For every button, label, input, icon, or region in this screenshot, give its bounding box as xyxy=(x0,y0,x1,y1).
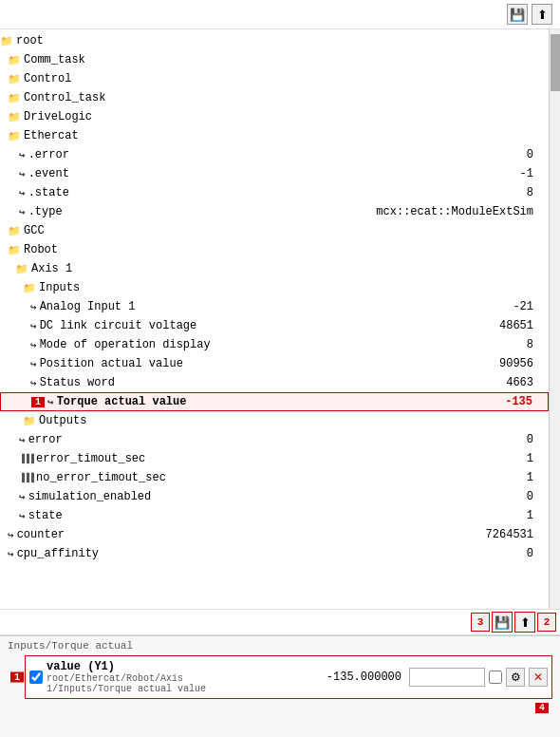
tree-label-error: error xyxy=(28,433,476,446)
input-icon-cpu_affinity: ↪ xyxy=(8,548,14,560)
var-path2: 1/Inputs/Torque actual value xyxy=(47,684,312,694)
tree-label-sim_enabled: simulation_enabled xyxy=(28,490,476,503)
folder-icon-control_task: 📁 xyxy=(8,92,21,104)
var-badge1: 1 xyxy=(10,672,24,683)
tree-row-ethercat[interactable]: 📁Ethercat xyxy=(0,126,549,145)
tree-value-sim_enabled: 0 xyxy=(476,490,533,503)
input-icon-error: ↪ xyxy=(19,434,26,446)
tree-label-robot: Robot xyxy=(24,243,549,256)
folder-icon-ethercat: 📁 xyxy=(8,130,21,142)
tree-badge-torque_actual: 1 xyxy=(31,397,45,407)
tree-row-counter[interactable]: ↪counter7264531 xyxy=(0,525,549,544)
tree-value-ethercat_state: 8 xyxy=(476,186,533,199)
tree-row-ethercat_error[interactable]: ↪.error0 xyxy=(0,145,549,164)
tree-value-cpu_affinity: 0 xyxy=(476,547,533,560)
tree-row-gcc[interactable]: 📁GCC xyxy=(0,221,549,240)
tree-row-dc_link[interactable]: ↪DC link circuit voltage48651 xyxy=(0,316,549,335)
var-gear-button[interactable]: ⚙ xyxy=(506,668,525,687)
var-panel-badge4: 4 xyxy=(535,703,549,713)
tree-value-error: 0 xyxy=(476,433,533,446)
var-write-checkbox[interactable] xyxy=(489,671,502,684)
folder-icon-root: 📁 xyxy=(0,35,13,47)
bottom-upload-button[interactable]: ⬆ xyxy=(514,612,535,633)
var-panel-buttons: 4 xyxy=(8,699,552,713)
tree-row-inputs[interactable]: 📁Inputs xyxy=(0,278,549,297)
tree-label-no_error_timout: no_error_timout_sec xyxy=(36,471,476,484)
tree-row-cpu_affinity[interactable]: ↪cpu_affinity0 xyxy=(0,544,549,563)
folder-icon-robot: 📁 xyxy=(8,244,21,256)
tree-row-pos_actual[interactable]: ↪Position actual value90956 xyxy=(0,354,549,373)
tree-row-ethercat_event[interactable]: ↪.event-1 xyxy=(0,164,549,183)
tree-row-comm_task[interactable]: 📁Comm_task xyxy=(0,50,549,69)
tree-label-status_word: Status word xyxy=(40,376,476,389)
tree-label-ethercat: Ethercat xyxy=(24,129,549,142)
var-panel: Inputs/Torque actual 1 value (Y1) root/E… xyxy=(0,635,560,737)
tree-row-root[interactable]: 📁root xyxy=(0,31,549,50)
input-icon-ethercat_state: ↪ xyxy=(19,187,26,199)
tree-label-axis1: Axis 1 xyxy=(31,262,549,275)
tree-label-control: Control xyxy=(24,72,549,85)
bar-icon-no_error_timout: ▐▐▐ xyxy=(19,473,33,483)
tree-value-status_word: 4663 xyxy=(476,376,533,389)
scrollbar[interactable] xyxy=(549,29,560,609)
tree-label-control_task: Control_task xyxy=(24,91,549,104)
tree-value-ethercat_error: 0 xyxy=(476,148,533,161)
tree-value-ethercat_type: mcx::ecat::ModuleExtSim xyxy=(376,205,533,218)
tree-row-control_task[interactable]: 📁Control_task xyxy=(0,88,549,107)
tree-value-state: 1 xyxy=(476,509,533,522)
input-icon-mode_op: ↪ xyxy=(30,339,37,351)
input-icon-ethercat_event: ↪ xyxy=(19,168,26,180)
tree-row-ethercat_type[interactable]: ↪.typemcx::ecat::ModuleExtSim xyxy=(0,202,549,221)
folder-icon-inputs: 📁 xyxy=(23,282,36,294)
upload-button[interactable]: ⬆ xyxy=(532,4,552,25)
tree-row-ethercat_state[interactable]: ↪.state8 xyxy=(0,183,549,202)
tree-row-state[interactable]: ↪state1 xyxy=(0,506,549,525)
var-input[interactable] xyxy=(409,668,485,687)
var-label-block: value (Y1) root/Ethercat/Robot/Axis 1/In… xyxy=(47,660,312,694)
var-checkbox[interactable] xyxy=(29,671,43,684)
tree-row-robot[interactable]: 📁Robot xyxy=(0,240,549,259)
tree-label-ethercat_error: .error xyxy=(28,148,476,161)
save-button[interactable]: 💾 xyxy=(507,4,528,25)
tree-label-root: root xyxy=(16,34,549,47)
folder-icon-control: 📁 xyxy=(8,73,21,85)
folder-icon-axis1: 📁 xyxy=(15,263,28,275)
var-panel-title: Inputs/Torque actual xyxy=(8,640,552,652)
tree-label-ethercat_state: .state xyxy=(28,186,476,199)
var-close-button[interactable]: ✕ xyxy=(529,668,548,687)
tree-label-error_timout: error_timout_sec xyxy=(36,452,476,465)
var-value: -135.000000 xyxy=(316,671,401,684)
tree-value-counter: 7264531 xyxy=(476,528,533,541)
tree-row-outputs[interactable]: 📁Outputs xyxy=(0,411,549,430)
scrollbar-thumb[interactable] xyxy=(551,34,560,91)
tree-row-sim_enabled[interactable]: ↪simulation_enabled0 xyxy=(0,487,549,506)
tree-row-drivelogic[interactable]: 📁DriveLogic xyxy=(0,107,549,126)
tree-row-analog_input1[interactable]: ↪Analog Input 1-21 xyxy=(0,297,549,316)
badge3-button[interactable]: 3 xyxy=(471,613,490,632)
input-icon-dc_link: ↪ xyxy=(30,320,37,332)
tree-row-control[interactable]: 📁Control xyxy=(0,69,549,88)
bar-icon-error_timout: ▐▐▐ xyxy=(19,454,33,464)
tree-label-outputs: Outputs xyxy=(39,414,549,427)
badge2-button[interactable]: 2 xyxy=(537,613,556,632)
tree-label-gcc: GCC xyxy=(24,224,549,237)
tree-label-comm_task: Comm_task xyxy=(24,53,549,66)
tree-row-error[interactable]: ↪error0 xyxy=(0,430,549,449)
folder-icon-drivelogic: 📁 xyxy=(8,111,21,123)
tree-row-error_timout[interactable]: ▐▐▐error_timout_sec1 xyxy=(0,449,549,468)
tree-row-no_error_timout[interactable]: ▐▐▐no_error_timout_sec1 xyxy=(0,468,549,487)
input-icon-pos_actual: ↪ xyxy=(30,358,37,370)
tree-row-axis1[interactable]: 📁Axis 1 xyxy=(0,259,549,278)
tree-row-status_word[interactable]: ↪Status word4663 xyxy=(0,373,549,392)
tree-panel[interactable]: 📁root📁Comm_task📁Control📁Control_task📁Dri… xyxy=(0,29,549,609)
tree-row-torque_actual[interactable]: 1↪Torque actual value-135 xyxy=(0,392,549,411)
bottom-save-button[interactable]: 💾 xyxy=(492,612,513,633)
tree-row-mode_op[interactable]: ↪Mode of operation display8 xyxy=(0,335,549,354)
tree-value-error_timout: 1 xyxy=(476,452,533,465)
tree-label-cpu_affinity: cpu_affinity xyxy=(17,547,476,560)
tree-value-dc_link: 48651 xyxy=(476,319,533,332)
tree-label-ethercat_type: .type xyxy=(28,205,377,218)
tree-label-state: state xyxy=(28,509,476,522)
tree-value-torque_actual: -135 xyxy=(476,395,532,408)
var-path1: root/Ethercat/Robot/Axis xyxy=(47,673,312,684)
